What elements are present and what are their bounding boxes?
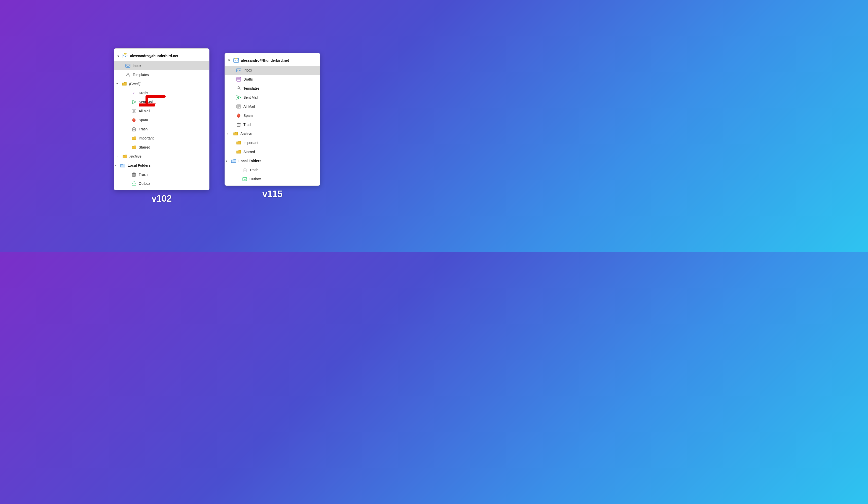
v102-important-label: Important bbox=[139, 136, 154, 140]
svg-rect-46 bbox=[243, 169, 246, 172]
svg-rect-27 bbox=[235, 58, 237, 59]
v115-version: v115 bbox=[262, 186, 282, 199]
v102-lf-icon bbox=[120, 163, 126, 168]
v102-gmail-label: [Gmail] bbox=[129, 82, 140, 86]
v102-account-chevron: ∨ bbox=[117, 54, 121, 58]
lf-trash-icon bbox=[131, 172, 137, 177]
svg-point-16 bbox=[133, 119, 134, 120]
v102-starred-label: Starred bbox=[139, 145, 150, 149]
v102-archive-icon bbox=[122, 154, 128, 159]
gmail-folder-icon bbox=[122, 81, 127, 86]
v115-lf-outbox[interactable]: Outbox bbox=[225, 174, 320, 184]
v102-allmail[interactable]: All Mail bbox=[114, 106, 209, 115]
v115-archive-icon bbox=[233, 131, 238, 136]
v115-template-icon bbox=[236, 85, 241, 91]
v115-drafts-icon bbox=[236, 76, 241, 82]
svg-rect-21 bbox=[132, 173, 135, 176]
lf-outbox-icon bbox=[131, 181, 137, 186]
svg-rect-42 bbox=[237, 124, 240, 127]
v115-sent[interactable]: Sent Mail bbox=[225, 93, 320, 102]
v115-account-email: alessandro@thunderbird.net bbox=[241, 59, 289, 62]
v115-inbox[interactable]: Inbox bbox=[225, 66, 320, 75]
svg-point-41 bbox=[238, 114, 239, 115]
v115-starred-label: Starred bbox=[244, 150, 255, 154]
v115-allmail-label: All Mail bbox=[244, 104, 255, 109]
v115-starred[interactable]: Starred bbox=[225, 147, 320, 156]
v102-trash[interactable]: Trash bbox=[114, 125, 209, 134]
v102-local-folders[interactable]: ∨ Local Folders bbox=[114, 161, 209, 170]
inbox-icon bbox=[125, 63, 131, 69]
v115-drafts[interactable]: Drafts bbox=[225, 75, 320, 84]
v102-inbox[interactable]: Inbox bbox=[114, 61, 209, 70]
v115-spam[interactable]: Spam bbox=[225, 111, 320, 120]
v102-lf-trash-label: Trash bbox=[139, 173, 147, 176]
v115-folder-tree: ∨ alessandro@thunderbird.net Inbox bbox=[225, 53, 320, 186]
v102-trash-label: Trash bbox=[139, 127, 147, 131]
v115-lf-icon bbox=[231, 158, 236, 164]
svg-rect-4 bbox=[127, 73, 128, 73]
v102-gmail-chevron: ∨ bbox=[116, 82, 120, 85]
v102-archive[interactable]: › Archive bbox=[114, 152, 209, 161]
v102-gmail-group[interactable]: ∨ [Gmail] bbox=[114, 79, 209, 88]
svg-rect-50 bbox=[243, 177, 247, 181]
v115-account-row[interactable]: ∨ alessandro@thunderbird.net bbox=[225, 55, 320, 66]
v102-sent[interactable]: Sent Mail bbox=[114, 97, 209, 106]
svg-rect-14 bbox=[133, 111, 135, 112]
important-icon bbox=[131, 135, 137, 141]
v102-lf-label: Local Folders bbox=[128, 163, 151, 167]
v102-inbox-label: Inbox bbox=[133, 64, 141, 68]
v115-lf-trash-label: Trash bbox=[249, 168, 258, 172]
spam-icon bbox=[131, 117, 137, 123]
template-icon bbox=[125, 72, 131, 78]
v102-account-row[interactable]: ∨ alessandro@thunderbird.net bbox=[114, 51, 209, 61]
v102-wrapper: ∨ alessandro@thunderbird.net bbox=[114, 48, 209, 204]
v115-lf-trash-icon bbox=[242, 167, 247, 173]
v115-sent-icon bbox=[236, 95, 241, 100]
v102-version: v102 bbox=[152, 190, 172, 204]
v115-account-chevron: ∨ bbox=[228, 59, 231, 62]
v115-trash[interactable]: Trash bbox=[225, 120, 320, 129]
v115-panel: ∨ alessandro@thunderbird.net Inbox bbox=[225, 53, 320, 186]
v115-important-label: Important bbox=[244, 141, 258, 145]
v102-starred[interactable]: Starred bbox=[114, 143, 209, 152]
v115-sent-label: Sent Mail bbox=[244, 95, 258, 100]
svg-rect-25 bbox=[132, 182, 136, 185]
v115-allmail-icon bbox=[236, 104, 241, 109]
v115-templates[interactable]: Templates bbox=[225, 84, 320, 93]
sent-icon bbox=[131, 99, 137, 105]
v115-inbox-icon bbox=[236, 68, 241, 73]
v115-allmail[interactable]: All Mail bbox=[225, 102, 320, 111]
v115-lf-outbox-label: Outbox bbox=[249, 177, 261, 181]
starred-icon bbox=[131, 144, 137, 150]
v102-templates[interactable]: Templates bbox=[114, 70, 209, 79]
v115-archive[interactable]: › Archive bbox=[225, 129, 320, 138]
v115-lf-chevron: ∨ bbox=[225, 159, 229, 162]
allmail-icon bbox=[131, 108, 137, 114]
v102-spam-label: Spam bbox=[139, 118, 148, 122]
svg-rect-34 bbox=[238, 86, 239, 87]
v115-templates-label: Templates bbox=[244, 86, 260, 90]
v102-lf-chevron: ∨ bbox=[115, 164, 118, 167]
v115-spam-label: Spam bbox=[244, 114, 253, 117]
v102-important[interactable]: Important bbox=[114, 134, 209, 143]
v115-important[interactable]: Important bbox=[225, 138, 320, 147]
v115-local-folders[interactable]: ∨ Local Folders bbox=[225, 156, 320, 165]
svg-rect-15 bbox=[133, 112, 134, 113]
v115-lf-trash[interactable]: Trash bbox=[225, 165, 320, 174]
svg-rect-38 bbox=[237, 105, 240, 106]
svg-rect-17 bbox=[132, 128, 135, 131]
v102-drafts[interactable]: Drafts bbox=[114, 88, 209, 97]
svg-rect-39 bbox=[237, 106, 240, 107]
v115-lf-label: Local Folders bbox=[238, 159, 261, 163]
v115-trash-icon bbox=[236, 122, 241, 127]
v102-lf-outbox[interactable]: Outbox bbox=[114, 179, 209, 188]
v102-spam[interactable]: Spam bbox=[114, 115, 209, 125]
v115-wrapper: ∨ alessandro@thunderbird.net Inbox bbox=[225, 53, 320, 199]
v102-panel: ∨ alessandro@thunderbird.net bbox=[114, 48, 209, 190]
v102-lf-trash[interactable]: Trash bbox=[114, 170, 209, 179]
account-icon bbox=[123, 53, 128, 59]
v115-drafts-label: Drafts bbox=[244, 77, 253, 81]
svg-rect-40 bbox=[237, 107, 239, 108]
trash-icon bbox=[131, 126, 137, 132]
v115-starred-icon bbox=[236, 149, 241, 155]
